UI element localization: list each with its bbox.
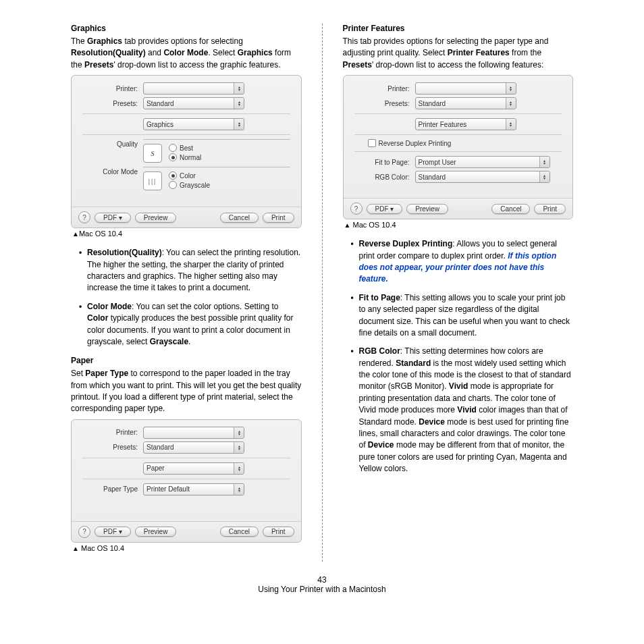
chevron-updown-icon: ▴▾: [234, 119, 244, 130]
graphics-bullets: Resolution(Quality): You can select the …: [71, 247, 302, 348]
chevron-updown-icon: ▴▾: [234, 427, 244, 438]
paper-intro: Set Paper Type to correspond to the pape…: [71, 368, 302, 415]
presets-select[interactable]: Standard▴▾: [143, 441, 244, 454]
help-button[interactable]: ?: [350, 203, 363, 215]
caption: ▲Mac OS 10.4: [72, 230, 302, 238]
rgb-select[interactable]: Standard▴▾: [415, 171, 550, 183]
chevron-updown-icon: ▴▾: [539, 157, 549, 167]
column-divider: [322, 24, 323, 562]
quality-label: Quality: [82, 139, 143, 163]
pdf-button[interactable]: PDF ▾: [367, 204, 403, 214]
printer-label: Printer:: [82, 85, 143, 92]
presets-label: Presets:: [82, 100, 143, 107]
print-button[interactable]: Print: [534, 204, 566, 214]
cancel-button[interactable]: Cancel: [220, 213, 259, 223]
page-footer-text: Using Your Printer with a Macintosh: [71, 585, 573, 594]
right-column: Printer Features This tab provides optio…: [326, 24, 574, 562]
printer-features-dialog: Printer: ▴▾ Presets: Standard▴▾ Printer …: [343, 75, 574, 219]
cancel-button[interactable]: Cancel: [220, 527, 259, 537]
caption: ▲ Mac OS 10.4: [344, 221, 574, 229]
help-button[interactable]: ?: [78, 211, 90, 223]
presets-select[interactable]: Standard▴▾: [415, 97, 516, 109]
page-number: 43: [71, 575, 573, 585]
chevron-updown-icon: ▴▾: [506, 83, 516, 94]
graphics-intro: The Graphics tab provides options for se…: [71, 36, 302, 71]
chevron-updown-icon: ▴▾: [234, 83, 244, 94]
colormode-icon: |||: [143, 171, 162, 190]
chevron-updown-icon: ▴▾: [234, 484, 244, 495]
pdf-button[interactable]: PDF ▾: [95, 527, 131, 537]
chevron-updown-icon: ▴▾: [506, 119, 516, 130]
radio-normal[interactable]: Normal: [169, 153, 201, 161]
quality-icon: S: [143, 144, 162, 163]
left-column: Graphics The Graphics tab provides optio…: [71, 24, 319, 562]
checkbox-icon: [368, 139, 376, 147]
section-select[interactable]: Graphics▴▾: [143, 118, 244, 130]
preview-button[interactable]: Preview: [135, 213, 177, 223]
radio-best[interactable]: Best: [169, 144, 201, 152]
page-footer: 43 Using Your Printer with a Macintosh: [71, 575, 573, 594]
printer-select[interactable]: ▴▾: [143, 427, 244, 439]
printer-features-heading: Printer Features: [343, 24, 574, 33]
section-select[interactable]: Paper▴▾: [143, 462, 244, 475]
caption: ▲ Mac OS 10.4: [72, 544, 302, 552]
graphics-dialog: Printer: ▴▾ Presets: Standard▴▾ Graphics…: [71, 75, 302, 228]
pdf-button[interactable]: PDF ▾: [95, 213, 131, 223]
fit-select[interactable]: Prompt User▴▾: [415, 156, 550, 168]
chevron-updown-icon: ▴▾: [506, 98, 516, 109]
reverse-duplex-checkbox[interactable]: Reverse Duplex Printing: [368, 139, 562, 147]
print-button[interactable]: Print: [263, 213, 294, 223]
printer-features-bullets: Reverse Duplex Printing: Allows you to s…: [343, 238, 574, 475]
printer-select[interactable]: ▴▾: [143, 82, 244, 95]
presets-select[interactable]: Standard▴▾: [143, 97, 244, 109]
printer-select[interactable]: ▴▾: [415, 82, 516, 95]
paper-heading: Paper: [71, 356, 302, 365]
printer-features-intro: This tab provides options for selecting …: [343, 36, 574, 71]
chevron-updown-icon: ▴▾: [234, 98, 244, 109]
colormode-label: Color Mode: [82, 167, 143, 190]
papertype-select[interactable]: Printer Default▴▾: [143, 483, 244, 495]
preview-button[interactable]: Preview: [135, 527, 177, 537]
print-button[interactable]: Print: [263, 527, 294, 537]
chevron-updown-icon: ▴▾: [234, 463, 244, 474]
radio-color[interactable]: Color: [169, 171, 210, 180]
paper-dialog: Printer: ▴▾ Presets: Standard▴▾ Paper▴▾: [71, 419, 302, 543]
radio-grayscale[interactable]: Grayscale: [169, 181, 210, 189]
chevron-updown-icon: ▴▾: [539, 171, 549, 182]
help-button[interactable]: ?: [78, 526, 90, 538]
cancel-button[interactable]: Cancel: [491, 204, 530, 214]
preview-button[interactable]: Preview: [406, 204, 448, 214]
section-select[interactable]: Printer Features▴▾: [415, 118, 516, 130]
graphics-heading: Graphics: [71, 24, 302, 33]
chevron-updown-icon: ▴▾: [234, 442, 244, 453]
